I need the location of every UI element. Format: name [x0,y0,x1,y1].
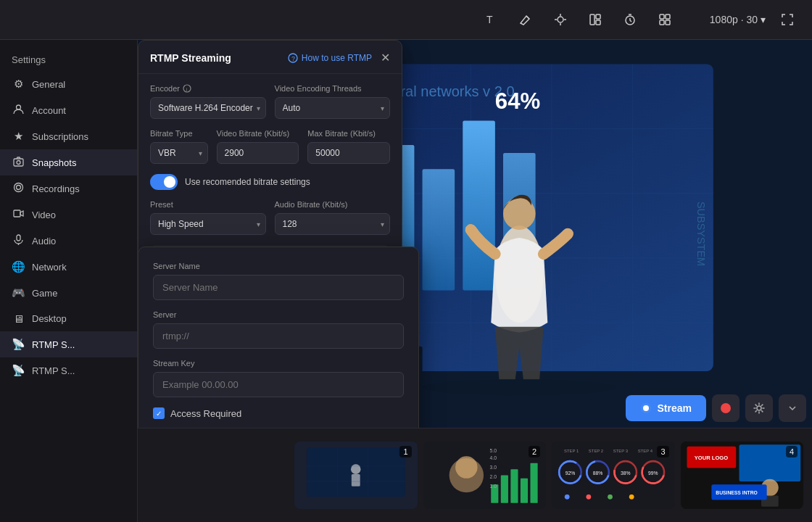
bottom-bar: 1 [138,428,812,522]
svg-point-2 [558,17,563,22]
svg-rect-76 [500,476,508,503]
video-bitrate-input[interactable] [217,142,299,164]
thumbnail-4[interactable]: YOUR LOGO BUSINESS INTRO 4 [681,442,804,509]
layout-tool-button[interactable] [582,7,608,33]
svg-text:?: ? [291,55,295,62]
thumbnail-2[interactable]: 5.0 4.0 3.0 2.0 1.0 2 [423,442,547,509]
preset-row: Preset High Speed Audio Bitrate (Kbit/s) [150,200,390,235]
top-toolbar: T 1080p · 30 ▾ [0,0,812,40]
svg-text:T: T [486,14,493,25]
video-area: Neural networks v 2.0 64% SUBSYSTEM perf… [138,40,812,428]
text-tool-button[interactable]: T [478,7,504,33]
timer-tool-button[interactable] [617,7,643,33]
resolution-button[interactable]: 1080p · 30 ▾ [710,14,766,25]
svg-point-20 [14,183,22,192]
toggle-row: Use recomended bitrate settings [150,174,390,190]
sidebar-item-video[interactable]: Video [0,202,137,228]
thumb1-visual [294,442,418,509]
threads-group: Video Encoding Threads Auto [275,84,391,119]
pen-tool-button[interactable] [513,7,539,33]
sidebar-item-general[interactable]: ⚙ General [0,71,137,97]
rtmp1-icon: 📡 [12,338,25,351]
server-name-input[interactable] [153,275,404,300]
sidebar-item-rtmp2[interactable]: 📡 RTMP S... [0,357,137,384]
bitrate-toggle[interactable] [150,174,178,190]
thumb3-visual: STEP 1 STEP 2 STEP 3 STEP 4 92% 88% [552,442,675,509]
subscriptions-icon: ★ [12,130,25,143]
sidebar-item-audio[interactable]: Audio [0,228,137,254]
svg-point-105 [629,494,634,500]
thumb4-number: 4 [786,446,798,457]
bitrate-type-group: Bitrate Type VBR [150,129,208,164]
thumb4-visual: YOUR LOGO BUSINESS INTRO [681,442,804,509]
sidebar-item-desktop[interactable]: 🖥 Desktop [0,306,137,331]
network-icon: 🌐 [12,260,25,273]
stream-key-input[interactable] [153,372,404,397]
sidebar-item-subscriptions[interactable]: ★ Subscriptions [0,123,137,149]
svg-text:64%: 64% [495,88,540,114]
thumb1-number: 1 [399,446,411,457]
threads-select[interactable]: Auto [275,97,391,119]
encoder-select-wrapper: Software H.264 Encoder [150,97,266,119]
svg-point-103 [586,494,591,500]
grid-tool-button[interactable] [652,7,678,33]
thumbnail-container: 1 [146,442,803,509]
svg-text:YOUR LOGO: YOUR LOGO [694,455,728,461]
svg-text:1.0: 1.0 [489,483,497,488]
bitrate-type-select[interactable]: VBR [150,142,208,164]
thumbnail-3[interactable]: STEP 1 STEP 2 STEP 3 STEP 4 92% 88% [552,442,675,509]
svg-rect-12 [660,14,664,19]
sidebar-item-rtmp1[interactable]: 📡 RTMP S... [0,331,137,357]
svg-rect-77 [510,469,518,503]
server-url-input[interactable] [153,323,404,349]
sidebar-item-recordings[interactable]: Recordings [0,175,137,202]
effects-tool-button[interactable] [547,7,573,33]
sidebar-item-network[interactable]: 🌐 Network [0,254,137,280]
svg-rect-39 [423,169,455,290]
preset-label: Preset [150,200,266,209]
bitrate-type-label: Bitrate Type [150,129,208,138]
fullscreen-button[interactable] [774,7,800,33]
bitrate-type-select-wrapper: VBR [150,142,208,164]
collapse-button[interactable] [779,394,806,422]
stream-settings-button[interactable] [745,394,773,422]
toolbar-tools: T [478,7,678,33]
modal-help-link[interactable]: ? How to use RTMP [288,53,372,63]
sidebar-item-snapshots[interactable]: Snapshots [0,149,137,175]
access-required-checkbox[interactable]: ✓ [153,407,165,419]
svg-text:BUSINESS INTRO: BUSINESS INTRO [716,490,758,495]
svg-text:4.0: 4.0 [489,455,497,460]
svg-rect-22 [17,235,20,241]
stream-key-label: Stream Key [153,359,404,368]
audio-bitrate-select[interactable]: 128 [275,213,391,235]
account-icon [12,104,25,117]
thumbnail-1[interactable]: 1 [294,442,418,509]
sidebar: Settings ⚙ General Account ★ Subscriptio… [0,40,138,522]
record-dot [721,403,731,413]
snapshots-icon [12,156,25,169]
svg-rect-79 [530,463,537,503]
access-required-row: ✓ Access Required [153,407,404,419]
svg-rect-40 [463,120,495,290]
stream-button[interactable]: Stream [626,395,706,421]
audio-bitrate-select-wrapper: 128 [275,213,391,235]
content-area: Neural networks v 2.0 64% SUBSYSTEM perf… [138,40,812,522]
sidebar-item-game[interactable]: 🎮 Game [0,280,137,306]
svg-text:3.0: 3.0 [489,465,497,470]
encoder-group: Encoder i Software H.264 Encoder [150,84,266,119]
svg-text:STEP 4: STEP 4 [638,449,653,453]
record-button[interactable] [712,394,740,422]
modal-close-button[interactable]: ✕ [381,51,390,65]
svg-point-19 [16,186,20,190]
toggle-knob [164,176,175,188]
sidebar-item-account[interactable]: Account [0,97,137,123]
max-bitrate-input[interactable] [307,142,390,164]
main-area: Settings ⚙ General Account ★ Subscriptio… [0,40,812,522]
encoder-select[interactable]: Software H.264 Encoder [150,97,266,119]
audio-icon [12,234,25,247]
svg-point-54 [643,405,649,411]
settings-title: Settings [0,46,137,71]
svg-text:92%: 92% [566,471,576,476]
preset-select[interactable]: High Speed [150,213,266,235]
encoder-label: Encoder i [150,84,266,93]
